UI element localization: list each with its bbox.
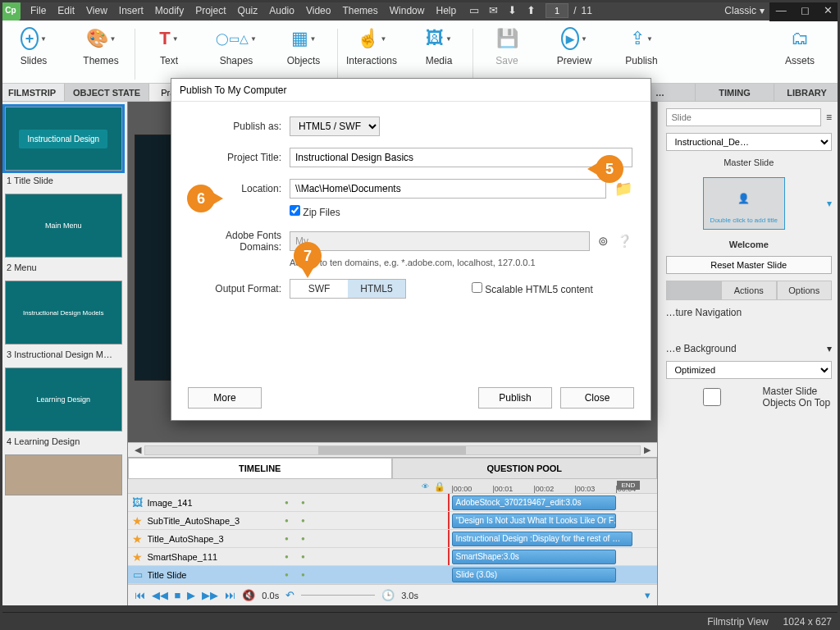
menu-help[interactable]: Help [436, 5, 456, 16]
minimize-button[interactable]: — [769, 0, 793, 21]
master-slide-select[interactable]: Instructional_De… [666, 133, 833, 151]
timeline-row[interactable]: ★Title_AutoShape_3●●Instructional Design… [128, 530, 657, 548]
prop-tab-style[interactable] [666, 281, 722, 300]
slide-thumb-5[interactable] [5, 454, 122, 495]
visibility-dots[interactable]: ●● [279, 553, 312, 560]
project-title-input[interactable] [290, 148, 632, 167]
more-button[interactable]: More [188, 387, 262, 409]
ribbon-slides[interactable]: +▼ Slides [0, 25, 67, 83]
timeline-clip[interactable]: Instructional Design :Display for the re… [452, 532, 632, 546]
menu-video[interactable]: Video [306, 5, 331, 16]
lock-icon[interactable]: 🔒 [433, 479, 446, 494]
tab-question-pool[interactable]: QUESTION POOL [392, 458, 657, 479]
visibility-dots[interactable]: ●● [279, 517, 312, 524]
prop-tab-options[interactable]: Options [777, 281, 833, 300]
visibility-dots[interactable]: ●● [279, 571, 312, 578]
publish-as-select[interactable]: HTML5 / SWF [290, 116, 380, 136]
tab-library[interactable]: LIBRARY [774, 84, 840, 101]
location-input[interactable] [290, 179, 606, 199]
play-icon[interactable]: ▶ [187, 589, 195, 601]
ribbon-publish[interactable]: ⇪▼ Publish [608, 25, 675, 83]
timeline-row[interactable]: ▭Title Slide●●Slide (3.0s) [128, 566, 657, 584]
creative-cloud-icon[interactable]: ⊚ [598, 234, 609, 249]
timeline-clip[interactable]: SmartShape:3.0s [452, 550, 616, 564]
prop-tab-actions[interactable]: Actions [721, 281, 777, 300]
ribbon-interactions[interactable]: ☝▼ Interactions [338, 25, 405, 83]
scroll-left-icon[interactable]: ◀ [131, 445, 144, 455]
ribbon-objects[interactable]: ▦▼ Objects [270, 25, 337, 83]
workspace-switcher[interactable]: Classic ▾ [724, 5, 765, 16]
timeline-row[interactable]: 🖼Image_141●●AdobeStock_370219467_edit:3.… [128, 494, 657, 512]
slide-thumb-2[interactable]: Main Menu 2 Menu [5, 194, 122, 272]
menu-window[interactable]: Window [390, 5, 425, 16]
menu-modify[interactable]: Modify [155, 5, 184, 16]
menu-insert[interactable]: Insert [119, 5, 144, 16]
publish-button[interactable]: Publish [478, 387, 552, 409]
gesture-nav-row[interactable]: …ture Navigation [666, 307, 833, 318]
chevron-down-icon[interactable]: ▾ [827, 198, 832, 209]
menu-project[interactable]: Project [195, 5, 226, 16]
ribbon-save[interactable]: 💾 Save [473, 25, 541, 83]
quality-select[interactable]: Optimized [666, 361, 833, 379]
menu-audio[interactable]: Audio [269, 5, 294, 16]
maximize-button[interactable]: ◻ [793, 0, 817, 21]
menu-view[interactable]: View [86, 5, 107, 16]
slide-thumb-3[interactable]: Instructional Design Models 3 Instructio… [5, 281, 122, 359]
zip-files-checkbox[interactable]: Zip Files [290, 205, 340, 218]
ribbon-media[interactable]: 🖼▼ Media [405, 25, 472, 83]
master-slide-thumb[interactable]: 👤 Double click to add title [703, 177, 785, 230]
menu-quiz[interactable]: Quiz [238, 5, 258, 16]
tab-filmstrip[interactable]: FILMSTRIP [0, 84, 65, 101]
chevron-down-icon[interactable]: ▾ [827, 343, 832, 354]
panel-menu-icon[interactable]: ≡ [826, 112, 832, 123]
menu-themes[interactable]: Themes [342, 5, 377, 16]
rewind-icon[interactable]: ↶ [285, 589, 294, 601]
timeline-zoom[interactable] [301, 595, 375, 596]
ribbon-preview[interactable]: ▶▼ Preview [541, 25, 608, 83]
ribbon-assets[interactable]: 🗂 Assets [766, 25, 833, 83]
mute-icon[interactable]: 🔇 [242, 589, 255, 601]
scroll-right-icon[interactable]: ▶ [641, 445, 654, 455]
goto-start-icon[interactable]: ⏮ [135, 589, 145, 601]
slide-thumb-4[interactable]: Learning Design 4 Learning Design [5, 368, 122, 446]
timeline-row[interactable]: ★SubTitle_AutoShape_3●●"Design Is Not Ju… [128, 512, 657, 530]
tab-timeline[interactable]: TIMELINE [128, 458, 393, 479]
timeline-clip[interactable]: Slide (3.0s) [452, 568, 616, 582]
visibility-dots[interactable]: ●● [279, 535, 312, 542]
timeline-clip[interactable]: AdobeStock_370219467_edit:3.0s [452, 495, 616, 510]
scroll-thumb[interactable] [318, 446, 467, 454]
close-button[interactable]: ✕ [816, 0, 840, 21]
menu-file[interactable]: File [30, 5, 46, 16]
output-format-toggle[interactable]: SWF HTML5 [290, 279, 406, 299]
slide-name-input[interactable] [666, 108, 821, 126]
upload-icon[interactable]: ⬆ [527, 4, 536, 16]
reset-master-button[interactable]: Reset Master Slide [666, 256, 833, 274]
slide-thumb-1[interactable]: Instructional Design 1 Title Slide [5, 107, 122, 185]
timeline-clip[interactable]: "Design Is Not Just What It Looks Like O… [452, 514, 616, 528]
canvas-h-scrollbar[interactable]: ◀ ▶ [128, 442, 657, 457]
timeline-menu-icon[interactable]: ▾ [645, 589, 651, 601]
ribbon-themes[interactable]: 🎨▼ Themes [67, 25, 135, 83]
help-icon[interactable]: ❔ [617, 234, 632, 249]
close-button[interactable]: Close [560, 387, 634, 409]
format-html5[interactable]: HTML5 [348, 280, 405, 298]
ribbon-text[interactable]: T▼ Text [135, 25, 203, 83]
visibility-dots[interactable]: ●● [279, 499, 312, 506]
step-fwd-icon[interactable]: ▶▶ [202, 589, 218, 601]
menu-edit[interactable]: Edit [57, 5, 75, 16]
tab-object-state[interactable]: OBJECT STATE [65, 84, 149, 101]
timeline-row[interactable]: ★SmartShape_111●●SmartShape:3.0s [128, 548, 657, 566]
tab-timing[interactable]: TIMING [696, 84, 774, 101]
step-back-icon[interactable]: ◀◀ [152, 589, 168, 601]
scalable-checkbox[interactable]: Scalable HTML5 content [472, 282, 593, 295]
layout-icon[interactable]: ▭ [469, 4, 479, 16]
download-icon[interactable]: ⬇ [508, 4, 517, 16]
goto-end-icon[interactable]: ⏭ [225, 589, 235, 601]
mail-icon[interactable]: ✉ [489, 4, 498, 16]
format-swf[interactable]: SWF [290, 280, 348, 298]
ribbon-shapes[interactable]: ◯▭△▼ Shapes [203, 25, 270, 83]
folder-icon[interactable]: 📁 [614, 180, 632, 198]
stop-icon[interactable]: ■ [175, 589, 181, 601]
page-current-input[interactable] [546, 3, 568, 18]
master-on-top-checkbox[interactable]: Master Slide Objects On Top [666, 386, 833, 409]
